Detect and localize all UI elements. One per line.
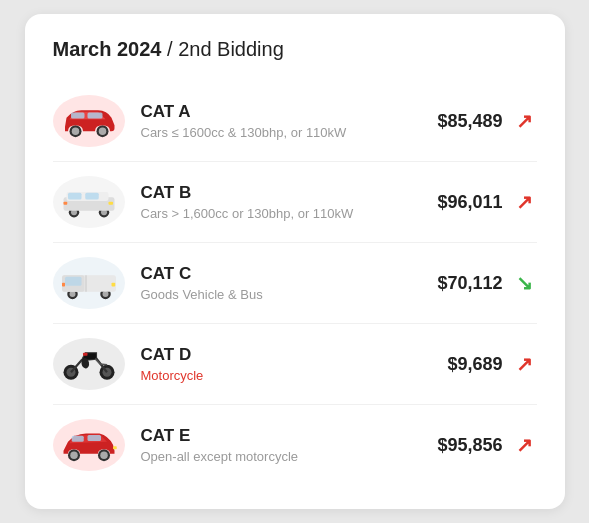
svg-rect-14 (108, 202, 113, 205)
svg-rect-31 (83, 353, 88, 356)
svg-rect-38 (113, 446, 117, 449)
bidding-card: March 2024 / 2nd Bidding CAT A Cars ≤ 16… (25, 14, 565, 509)
cat-info-cat-e: CAT E Open-all except motorcycle (141, 426, 423, 464)
card-title-suffix: / 2nd Bidding (161, 38, 283, 60)
cat-price-cat-a: $85,489 (423, 111, 503, 132)
svg-point-17 (69, 291, 75, 297)
cat-desc-cat-c: Goods Vehicle & Bus (141, 287, 423, 302)
svg-point-19 (102, 291, 108, 297)
svg-rect-12 (68, 193, 82, 200)
cat-name-cat-a: CAT A (141, 102, 423, 122)
svg-rect-13 (85, 193, 99, 200)
cat-name-cat-e: CAT E (141, 426, 423, 446)
cat-desc-cat-d: Motorcycle (141, 368, 423, 383)
svg-rect-36 (71, 436, 83, 442)
svg-point-1 (71, 127, 79, 135)
category-item-cat-b[interactable]: CAT B Cars > 1,600cc or 130bhp, or 110kW… (53, 162, 537, 243)
svg-rect-23 (111, 283, 115, 287)
category-item-cat-d[interactable]: CAT D Motorcycle $9,689 (53, 324, 537, 405)
cat-info-cat-c: CAT C Goods Vehicle & Bus (141, 264, 423, 302)
category-list: CAT A Cars ≤ 1600cc & 130bhp, or 110kW $… (53, 81, 537, 485)
cat-name-cat-c: CAT C (141, 264, 423, 284)
cat-desc-cat-e: Open-all except motorcycle (141, 449, 423, 464)
svg-rect-5 (87, 112, 102, 118)
cat-trend-cat-c (513, 271, 537, 295)
cat-trend-cat-b (513, 190, 537, 214)
cat-info-cat-a: CAT A Cars ≤ 1600cc & 130bhp, or 110kW (141, 102, 423, 140)
card-header: March 2024 / 2nd Bidding (53, 38, 537, 61)
cat-name-cat-b: CAT B (141, 183, 423, 203)
category-item-cat-a[interactable]: CAT A Cars ≤ 1600cc & 130bhp, or 110kW $… (53, 81, 537, 162)
vehicle-icon-cat-e (53, 419, 125, 471)
svg-rect-37 (87, 435, 101, 441)
cat-price-cat-e: $95,856 (423, 435, 503, 456)
vehicle-icon-cat-c (53, 257, 125, 309)
svg-rect-24 (62, 283, 65, 287)
svg-rect-22 (65, 277, 82, 286)
card-title-month: March 2024 (53, 38, 162, 60)
cat-price-cat-c: $70,112 (423, 273, 503, 294)
svg-rect-4 (71, 112, 85, 118)
vehicle-icon-cat-d (53, 338, 125, 390)
cat-price-cat-b: $96,011 (423, 192, 503, 213)
svg-point-35 (100, 451, 108, 459)
category-item-cat-c[interactable]: CAT C Goods Vehicle & Bus $70,112 (53, 243, 537, 324)
cat-trend-cat-d (513, 352, 537, 376)
cat-desc-cat-a: Cars ≤ 1600cc & 130bhp, or 110kW (141, 125, 423, 140)
vehicle-icon-cat-b (53, 176, 125, 228)
cat-price-cat-d: $9,689 (423, 354, 503, 375)
cat-trend-cat-a (513, 109, 537, 133)
svg-point-33 (70, 451, 78, 459)
cat-info-cat-d: CAT D Motorcycle (141, 345, 423, 383)
card-title: March 2024 / 2nd Bidding (53, 38, 537, 61)
svg-rect-15 (63, 202, 67, 205)
category-item-cat-e[interactable]: CAT E Open-all except motorcycle $95,856 (53, 405, 537, 485)
cat-trend-cat-e (513, 433, 537, 457)
cat-info-cat-b: CAT B Cars > 1,600cc or 130bhp, or 110kW (141, 183, 423, 221)
svg-point-3 (98, 127, 106, 135)
cat-name-cat-d: CAT D (141, 345, 423, 365)
cat-desc-cat-b: Cars > 1,600cc or 130bhp, or 110kW (141, 206, 423, 221)
vehicle-icon-cat-a (53, 95, 125, 147)
